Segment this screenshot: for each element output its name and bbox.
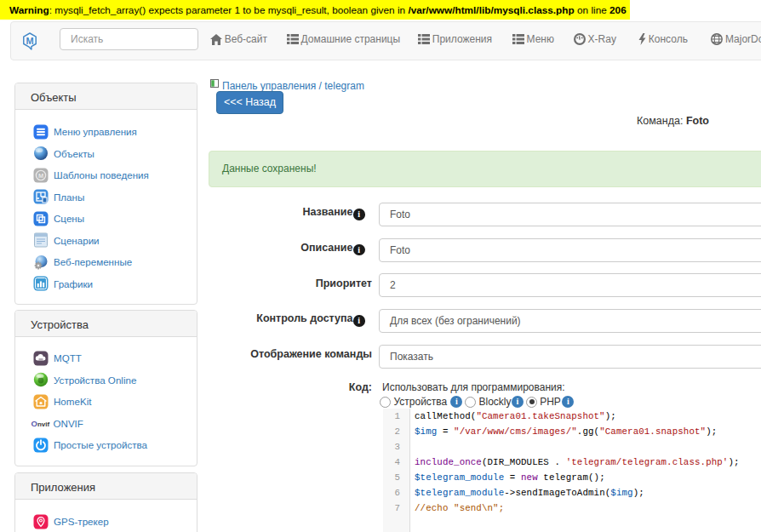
svg-text:M: M: [38, 172, 43, 180]
svg-text:M: M: [26, 36, 34, 46]
